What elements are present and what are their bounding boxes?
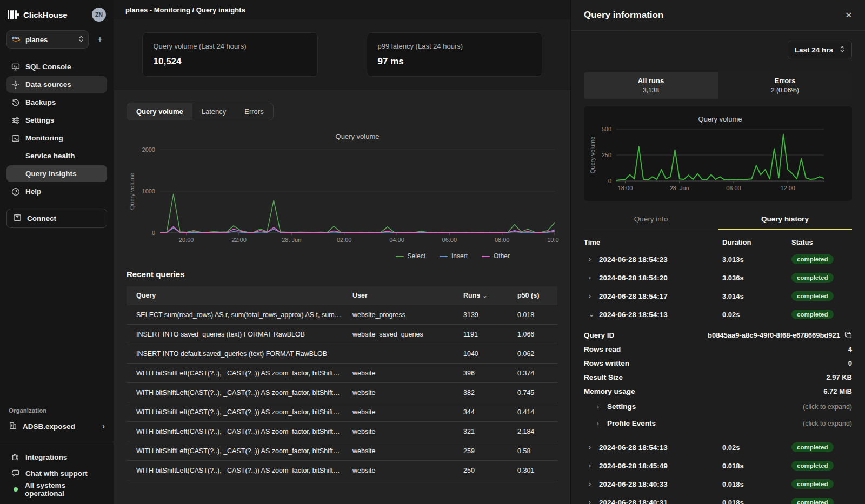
query-row[interactable]: WITH bitShiftLeft(CAST(?..), _CAST(?..))… [127, 421, 557, 441]
panel-body: Last 24 hrs All runs3,138Errors2 (0.06%)… [571, 31, 865, 504]
query-cell: INSERT INTO saved_queries (text) FORMAT … [127, 331, 343, 338]
legend-item-other[interactable]: Other [482, 252, 510, 260]
connect-button[interactable]: Connect [6, 209, 107, 228]
history-time-cell: ›2024-06-28 18:40:31 [584, 499, 722, 504]
runs-cell: 1040 [454, 350, 508, 358]
history-time: 2024-06-28 18:40:31 [599, 499, 668, 504]
recent-queries-table: QueryUserRuns⌄p50 (s)SELECT sum(read_row… [127, 286, 557, 480]
stats-strip: Query volume (Last 24 hours)10,524p99 la… [114, 19, 570, 90]
sidebar-item-monitoring[interactable]: Monitoring [6, 130, 107, 146]
expand-hint: (click to expand) [803, 403, 852, 411]
integrations-icon [11, 453, 20, 461]
tab-latency[interactable]: Latency [192, 103, 236, 120]
query-row[interactable]: INSERT INTO saved_queries (text) FORMAT … [127, 324, 557, 344]
svg-text:08:00: 08:00 [495, 237, 510, 243]
history-row[interactable]: ›2024-06-28 18:54:233.013scompleted [584, 250, 852, 268]
query-row[interactable]: WITH bitShiftLeft(CAST(?..), _CAST(?..))… [127, 363, 557, 382]
svg-text:18:00: 18:00 [618, 185, 633, 191]
history-row[interactable]: ›2024-06-28 18:40:330.018scompleted [584, 475, 852, 493]
query-row[interactable]: WITH bitShiftLeft(CAST(?..), _CAST(?..))… [127, 460, 557, 480]
panel-tabs: Query infoQuery history [584, 210, 852, 230]
segment-all-runs[interactable]: All runs3,138 [584, 72, 718, 99]
expandable-label: Profile Events [607, 419, 656, 427]
stat-label: p99 latency (Last 24 hours) [378, 42, 531, 50]
legend-item-select[interactable]: Select [396, 252, 425, 260]
legend-label: Insert [451, 252, 468, 260]
stat-card-0: Query volume (Last 24 hours)10,524 [142, 32, 318, 77]
svg-text:20:00: 20:00 [179, 237, 194, 243]
chevron-right-icon: › [589, 292, 593, 300]
user-avatar[interactable]: ZN [92, 8, 106, 22]
footer-item-all-systems-operational[interactable]: All systems operational [6, 482, 107, 496]
sidebar-item-backups[interactable]: Backups [6, 94, 107, 111]
column-header-runs[interactable]: Runs⌄ [454, 292, 508, 299]
history-header: TimeDurationStatus [584, 232, 852, 250]
expandable-profile-events[interactable]: ›Profile Events(click to expand) [584, 415, 852, 432]
close-icon[interactable]: ✕ [845, 10, 852, 20]
svg-text:10:00: 10:00 [547, 237, 559, 243]
status-badge: completed [791, 273, 834, 283]
history-row[interactable]: ⌄2024-06-28 18:54:130.02scompleted [584, 305, 852, 324]
footer-item-label: Chat with support [25, 469, 88, 478]
organization-selector[interactable]: ADSB.exposed › [6, 419, 107, 433]
segment-value: 2 (0.06%) [718, 86, 852, 94]
runs-cell: 250 [454, 467, 508, 474]
sidebar-header: ClickHouse ZN [6, 6, 107, 30]
runs-errors-segments: All runs3,138Errors2 (0.06%) [584, 72, 852, 99]
footer-item-integrations[interactable]: Integrations [6, 450, 107, 464]
sidebar-item-label: Service health [25, 152, 75, 160]
footer-item-chat-with-support[interactable]: Chat with support [6, 466, 107, 480]
query-id-value: b0845aa9-a8c9-49f0-8f68-e678669bd921 [708, 331, 840, 339]
sidebar-nav: SQL ConsoleData sourcesBackupsSettingsMo… [6, 58, 107, 200]
detail-value: 6.72 MiB [823, 387, 852, 395]
add-service-button[interactable]: + [93, 32, 107, 46]
copy-icon[interactable] [844, 331, 852, 339]
backups-icon [11, 98, 20, 107]
chart-legend: SelectInsertOther [127, 249, 557, 263]
query-row[interactable]: INSERT INTO default.saved_queries (text)… [127, 344, 557, 363]
aws-icon: aws [11, 35, 21, 44]
legend-item-insert[interactable]: Insert [440, 252, 468, 260]
status-badge: completed [791, 479, 834, 489]
sidebar-item-sql-console[interactable]: SQL Console [6, 58, 107, 75]
chevron-right-icon: › [102, 422, 105, 431]
panel-tab-query-history[interactable]: Query history [718, 210, 852, 230]
segment-errors[interactable]: Errors2 (0.06%) [718, 72, 852, 99]
panel-query-volume-svg: Query volumeQuery volume025050018:0028. … [588, 113, 830, 195]
expandable-settings[interactable]: ›Settings(click to expand) [584, 398, 852, 415]
sidebar-item-label: Monitoring [25, 134, 63, 142]
query-cell: WITH bitShiftLeft(CAST(?..), _CAST(?..))… [127, 428, 343, 435]
sidebar-item-help[interactable]: Help [6, 183, 107, 200]
history-status-cell: completed [791, 310, 852, 319]
detail-label: Rows read [584, 345, 621, 353]
history-status-cell: completed [791, 273, 852, 283]
p50-cell: 1.066 [508, 331, 557, 338]
history-time: 2024-06-28 18:54:23 [599, 256, 668, 264]
monitoring-icon [11, 134, 20, 143]
panel-header: Query information ✕ [571, 0, 865, 31]
sidebar-item-data-sources[interactable]: Data sources [6, 76, 107, 93]
query-row[interactable]: WITH bitShiftLeft(CAST(?..), _CAST(?..))… [127, 441, 557, 460]
sidebar-item-settings[interactable]: Settings [6, 112, 107, 129]
time-range-select[interactable]: Last 24 hrs [788, 41, 852, 59]
chevron-updown-icon [840, 45, 845, 55]
tab-errors[interactable]: Errors [235, 103, 272, 120]
svg-text:Query volume: Query volume [698, 115, 742, 123]
history-duration: 0.02s [722, 443, 791, 452]
history-row[interactable]: ›2024-06-28 18:54:203.036scompleted [584, 268, 852, 287]
history-row[interactable]: ›2024-06-28 18:45:490.018scompleted [584, 456, 852, 475]
tab-query-volume[interactable]: Query volume [127, 103, 192, 120]
query-row[interactable]: WITH bitShiftLeft(CAST(?..), _CAST(?..))… [127, 402, 557, 421]
history-row[interactable]: ›2024-06-28 18:54:173.014scompleted [584, 287, 852, 305]
history-time-cell: ›2024-06-28 18:54:13 [584, 443, 722, 452]
sidebar-item-service-health[interactable]: Service health [6, 147, 107, 164]
service-select[interactable]: aws planes [6, 30, 89, 49]
history-status-cell: completed [791, 461, 852, 471]
sidebar-item-query-insights[interactable]: Query insights [6, 165, 107, 182]
panel-tab-query-info[interactable]: Query info [584, 210, 718, 230]
query-row[interactable]: SELECT sum(read_rows) AS r, sum(total_ro… [127, 305, 557, 324]
service-row: aws planes + [6, 30, 107, 49]
history-row[interactable]: ›2024-06-28 18:54:130.02scompleted [584, 438, 852, 456]
query-row[interactable]: WITH bitShiftLeft(CAST(?..), _CAST(?..))… [127, 382, 557, 402]
history-row[interactable]: ›2024-06-28 18:40:310.018scompleted [584, 493, 852, 504]
